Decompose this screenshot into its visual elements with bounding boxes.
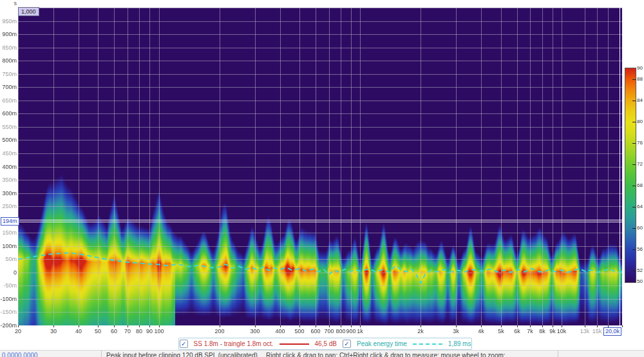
spectrogram-canvas[interactable] [18, 8, 622, 325]
x-tick-mark [597, 325, 598, 327]
spectrogram-window: s 1,000 950m900m850m800m750m700m650m600m… [0, 0, 644, 357]
measurement-label: SS 1.8m - traingle 1.8m oct. [194, 340, 274, 347]
x-tick-mark [280, 325, 281, 327]
x-tick-mark [360, 325, 361, 327]
x-tick-mark [98, 325, 99, 327]
y-tick-label: 850m [0, 44, 17, 51]
measurement-value: 46,5 dB [315, 340, 337, 347]
x-tick-mark [530, 325, 531, 327]
y-tick-label: 50m [0, 256, 17, 262]
y-tick-label: 450m [0, 150, 17, 157]
x-tick-label: 10k [552, 328, 571, 334]
y-tick-label: 750m [0, 71, 17, 77]
x-tick-label: 1k [350, 328, 370, 334]
cursor-freq-readout: 20,0k [603, 327, 621, 336]
x-tick-mark [220, 325, 220, 327]
x-tick-mark [553, 325, 553, 327]
x-tick-mark [585, 325, 585, 327]
y-axis-unit: s [9, 0, 17, 6]
colorbar-tick-label: 68 [637, 182, 643, 188]
y-tick-label: 300m [0, 190, 17, 197]
colorbar-tick-label: 50 [637, 278, 643, 284]
x-tick-mark [114, 325, 115, 327]
y-tick-label: 400m [0, 164, 17, 170]
y-tick-label: -50m [0, 282, 17, 289]
x-tick-mark [456, 325, 457, 327]
y-tick-label: 350m [0, 177, 17, 183]
peak-energy-checkbox[interactable]: ✓ [343, 340, 351, 348]
peak-energy-value: 1,89 ms [448, 340, 471, 347]
x-tick-mark [18, 325, 19, 327]
x-tick-label: 20 [8, 328, 28, 334]
colorbar-tick-label: 76 [637, 140, 643, 146]
x-tick-label: 30 [44, 328, 63, 334]
x-tick-label: 100 [149, 328, 169, 334]
y-tick-label: 150m [0, 229, 17, 236]
x-tick-mark [149, 325, 150, 327]
x-tick-label: 4k [471, 328, 491, 334]
x-tick-label: 2k [411, 328, 430, 334]
status-input-level: Peak input before clipping 120 dB SPL (u… [106, 351, 258, 357]
colorbar-tick-label: 52 [637, 267, 643, 273]
y-tick-label: 500m [0, 137, 17, 143]
x-tick-mark [53, 325, 54, 327]
status-help-hint: Right click & drag to pan; Ctrl+Right cl… [266, 351, 506, 357]
x-tick-mark [501, 325, 502, 327]
y-tick-label: 0 [0, 269, 17, 276]
y-tick-label: 650m [0, 97, 17, 104]
x-tick-mark [341, 325, 341, 327]
x-tick-mark [622, 325, 623, 327]
measurement-checkbox[interactable]: ✓ [180, 340, 188, 348]
y-tick-label: 600m [0, 110, 17, 117]
legend-bar: ✓ SS 1.8m - traingle 1.8m oct. 46,5 dB ✓… [178, 338, 472, 350]
colorbar-tick-label: 56 [637, 246, 643, 252]
x-tick-mark [517, 325, 518, 327]
cursor-time-readout: 194m [1, 217, 19, 226]
x-tick-label: 400 [270, 328, 290, 334]
colorbar-tick-label: 72 [637, 161, 643, 167]
y-tick-label: 900m [0, 31, 17, 37]
status-separator [101, 351, 102, 357]
check-icon: ✓ [344, 340, 349, 347]
status-bar: 0,0000,0000 Peak input before clipping 1… [0, 350, 644, 357]
peak-energy-label: Peak energy time [357, 340, 407, 347]
colorbar-tick-label: 64 [637, 204, 643, 209]
x-tick-mark [255, 325, 256, 327]
x-tick-mark [421, 325, 421, 327]
y-tick-label: 800m [0, 57, 17, 64]
check-icon: ✓ [181, 340, 186, 347]
x-tick-mark [128, 325, 128, 327]
peak-energy-line-swatch [413, 343, 442, 345]
measurement-line-swatch [279, 343, 309, 345]
x-tick-mark [299, 325, 300, 327]
y-tick-label: -100m [0, 296, 17, 302]
y-tick-label: 950m [0, 18, 17, 24]
x-tick-mark [139, 325, 140, 327]
y-tick-label: 100m [0, 243, 17, 249]
status-separator [558, 351, 558, 357]
x-tick-mark [542, 325, 543, 327]
colorbar-tick-label: 90 [637, 65, 643, 71]
colorbar-tick-label: 88 [637, 76, 643, 82]
colorbar-tick-label: 80 [637, 119, 643, 124]
x-tick-label: 200 [210, 328, 229, 334]
y-axis-max-box[interactable]: 1,000 [18, 7, 39, 16]
x-tick-mark [562, 325, 562, 327]
colorbar-tick-label: 84 [637, 97, 643, 103]
x-tick-label: 40 [69, 328, 88, 334]
x-tick-label: 300 [245, 328, 265, 334]
colorbar [625, 68, 636, 283]
x-tick-mark [316, 325, 316, 327]
status-cursor-readout: 0,0000,0000 [2, 351, 38, 357]
y-tick-label: 550m [0, 124, 17, 130]
x-tick-mark [351, 325, 352, 327]
x-tick-mark [329, 325, 330, 327]
x-tick-mark [481, 325, 482, 327]
y-tick-label: 700m [0, 84, 17, 90]
colorbar-tick-label: 60 [637, 225, 643, 231]
x-tick-label: 3k [446, 328, 466, 334]
x-tick-mark [159, 325, 160, 327]
y-tick-label: 250m [0, 203, 17, 209]
y-tick-label: -150m [0, 309, 17, 315]
x-tick-mark [79, 325, 79, 327]
